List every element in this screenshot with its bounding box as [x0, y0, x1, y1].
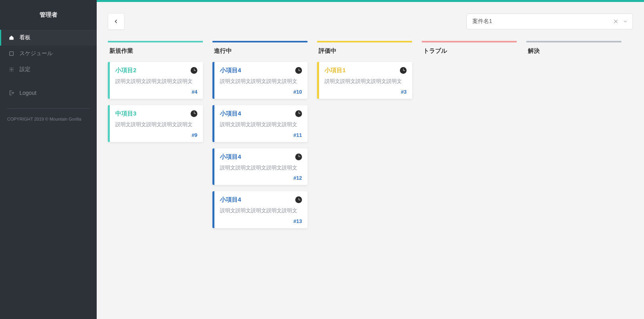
main: 案件名1 新規作業小項目2説明文説明文説明文説明文説明文#4中項目3説明文説明文… [97, 0, 644, 319]
clock-icon [295, 154, 302, 160]
card-id: #4 [115, 89, 197, 95]
card-body: 小項目2説明文説明文説明文説明文説明文#4 [110, 62, 203, 99]
column-color-bar [212, 41, 308, 42]
card-title: 小項目4 [220, 110, 241, 117]
card-id: #3 [325, 89, 407, 95]
card-body: 小項目4説明文説明文説明文説明文説明文#12 [214, 148, 308, 185]
gear-icon [8, 66, 15, 73]
card-description: 説明文説明文説明文説明文説明文 [325, 77, 407, 86]
card-head: 小項目1 [325, 67, 407, 74]
clock-icon [191, 110, 197, 117]
clear-icon[interactable] [611, 17, 621, 26]
card-id: #11 [220, 132, 302, 138]
back-button[interactable] [108, 13, 124, 30]
card-body: 小項目1説明文説明文説明文説明文説明文#3 [319, 62, 412, 99]
sidebar-nav: 看板 スケジュール 設定 Logout [0, 30, 97, 100]
logout-icon [8, 90, 15, 96]
kanban-column: 進行中小項目4説明文説明文説明文説明文説明文#10小項目4説明文説明文説明文説明… [212, 41, 308, 228]
card-title: 小項目4 [220, 67, 241, 74]
kanban-card[interactable]: 小項目4説明文説明文説明文説明文説明文#10 [212, 62, 308, 99]
nav-settings[interactable]: 設定 [0, 61, 97, 77]
card-head: 中項目3 [115, 110, 197, 117]
kanban-column: トラブル [422, 41, 517, 62]
kanban-column: 解決 [526, 41, 621, 62]
card-id: #13 [220, 218, 302, 224]
card-head: 小項目2 [115, 67, 197, 74]
square-icon [8, 50, 15, 57]
card-title: 小項目4 [220, 153, 241, 161]
card-head: 小項目4 [220, 67, 302, 74]
sidebar-title: 管理者 [0, 4, 97, 30]
card-body: 小項目4説明文説明文説明文説明文説明文#10 [214, 62, 308, 99]
card-title: 中項目3 [115, 110, 136, 117]
nav-schedule[interactable]: スケジュール [0, 46, 97, 61]
clock-icon [400, 67, 407, 74]
card-description: 説明文説明文説明文説明文説明文 [220, 207, 302, 215]
kanban-card[interactable]: 小項目4説明文説明文説明文説明文説明文#12 [212, 148, 308, 185]
kanban-board: 新規作業小項目2説明文説明文説明文説明文説明文#4中項目3説明文説明文説明文説明… [97, 35, 644, 240]
nav-label: Logout [19, 90, 36, 96]
chevron-down-icon[interactable] [621, 17, 630, 26]
card-title: 小項目1 [325, 67, 346, 74]
card-id: #12 [220, 175, 302, 181]
kanban-card[interactable]: 小項目4説明文説明文説明文説明文説明文#13 [212, 191, 308, 228]
kanban-card[interactable]: 小項目4説明文説明文説明文説明文説明文#11 [212, 105, 308, 142]
sidebar: 管理者 看板 スケジュール 設定 [0, 0, 97, 319]
column-cards: 小項目1説明文説明文説明文説明文説明文#3 [317, 62, 412, 99]
card-description: 説明文説明文説明文説明文説明文 [115, 121, 197, 129]
clock-icon [295, 110, 302, 117]
column-color-bar [526, 41, 621, 42]
card-body: 中項目3説明文説明文説明文説明文説明文#9 [110, 105, 203, 142]
clock-icon [295, 196, 302, 203]
project-select-value: 案件名1 [472, 18, 611, 25]
card-id: #9 [115, 132, 197, 138]
kanban-card[interactable]: 小項目1説明文説明文説明文説明文説明文#3 [317, 62, 412, 99]
card-head: 小項目4 [220, 196, 302, 204]
card-head: 小項目4 [220, 153, 302, 161]
svg-rect-0 [10, 52, 13, 55]
project-select[interactable]: 案件名1 [466, 13, 633, 29]
card-title: 小項目4 [220, 196, 241, 204]
column-color-bar [108, 41, 203, 42]
home-icon [8, 35, 15, 41]
column-color-bar [317, 41, 412, 42]
topbar: 案件名1 [97, 2, 644, 35]
kanban-column: 評価中小項目1説明文説明文説明文説明文説明文#3 [317, 41, 412, 99]
card-title: 小項目2 [115, 67, 136, 74]
copyright-text: COPYRIGHT 2019 © Mountain Gorilla [0, 117, 97, 121]
column-cards: 小項目2説明文説明文説明文説明文説明文#4中項目3説明文説明文説明文説明文説明文… [108, 62, 203, 142]
card-id: #10 [220, 89, 302, 95]
card-description: 説明文説明文説明文説明文説明文 [115, 77, 197, 86]
nav-label: スケジュール [19, 50, 53, 57]
kanban-card[interactable]: 中項目3説明文説明文説明文説明文説明文#9 [108, 105, 203, 142]
column-title: 進行中 [212, 47, 308, 62]
column-title: 新規作業 [108, 47, 203, 62]
column-title: トラブル [422, 47, 517, 62]
nav-label: 看板 [19, 34, 31, 41]
nav-logout[interactable]: Logout [0, 85, 97, 100]
column-title: 解決 [526, 47, 621, 62]
column-cards: 小項目4説明文説明文説明文説明文説明文#10小項目4説明文説明文説明文説明文説明… [212, 62, 308, 228]
svg-point-1 [11, 69, 12, 70]
card-body: 小項目4説明文説明文説明文説明文説明文#11 [214, 105, 308, 142]
sidebar-divider [7, 108, 90, 109]
card-head: 小項目4 [220, 110, 302, 117]
card-description: 説明文説明文説明文説明文説明文 [220, 121, 302, 129]
chevron-left-icon [113, 19, 119, 24]
column-color-bar [422, 41, 517, 42]
nav-label: 設定 [19, 66, 31, 73]
column-title: 評価中 [317, 47, 412, 62]
card-body: 小項目4説明文説明文説明文説明文説明文#13 [214, 191, 308, 228]
card-description: 説明文説明文説明文説明文説明文 [220, 164, 302, 172]
clock-icon [191, 67, 197, 74]
clock-icon [295, 67, 302, 74]
kanban-column: 新規作業小項目2説明文説明文説明文説明文説明文#4中項目3説明文説明文説明文説明… [108, 41, 203, 142]
card-description: 説明文説明文説明文説明文説明文 [220, 77, 302, 86]
kanban-card[interactable]: 小項目2説明文説明文説明文説明文説明文#4 [108, 62, 203, 99]
nav-kanban[interactable]: 看板 [0, 30, 97, 46]
